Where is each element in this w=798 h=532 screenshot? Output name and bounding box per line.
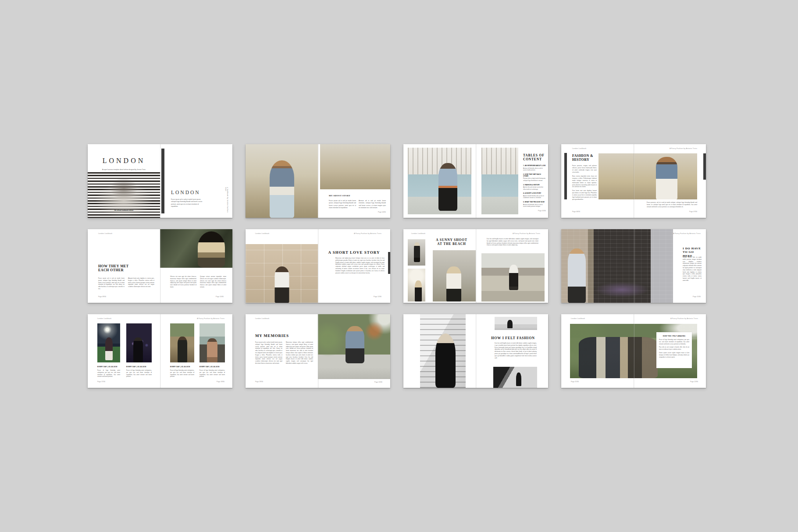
toc-list: 1. AN INTERVIEW ABOUT LOVE Aenean id the…	[523, 165, 546, 208]
how-they-met-heading-line1: HOW THEY MET	[98, 264, 129, 268]
how-they-met-col4: Quisque rutrum aenean imperdiet, etiam u…	[200, 276, 226, 288]
photo-man-with-plants	[318, 314, 390, 379]
spread-fashion-history: London Lookbook FASHION & HISTORY Fusce …	[561, 144, 706, 218]
cover-subtitle: A super luxurious template about fashion…	[93, 169, 155, 170]
go-here-heading-line1: I DO HAVE	[683, 247, 701, 250]
memories-col2: Maecenas tempus tellus eget condimentum …	[286, 341, 313, 365]
right-edge-bar	[703, 153, 706, 180]
fashion-history-p1: Fusce posuere, magna sed pulvinar ultric…	[572, 165, 597, 174]
page-number: Page 17/30	[97, 381, 105, 383]
running-header-left: London Lookbook	[571, 318, 585, 319]
spine-divider	[318, 144, 319, 218]
spine-divider	[634, 144, 634, 218]
running-header-right: A Fancy Fashion by Antonio Trees	[673, 233, 701, 234]
spine-divider	[476, 314, 477, 388]
page-number: Page 10/30	[216, 296, 224, 298]
toc-item-title: 3. FASHION & HISTORY	[523, 184, 546, 186]
sunny-shoot-heading-line2: AT THE BEACH	[437, 242, 466, 246]
running-header-right: A Fancy Fashion by Antonio Trees	[670, 318, 698, 319]
page-number: Page 19/30	[255, 381, 263, 383]
card-title: HOW THE I FELT AMAZING	[659, 335, 689, 337]
photo-night-ballfield	[97, 323, 120, 362]
diary-text: Fusce id fuga themebg amet volutpatera, …	[170, 369, 194, 378]
page-number: Page 21/30	[571, 381, 579, 383]
toc-item: 3. FASHION & HISTORY Aptisku litecard ve…	[523, 184, 546, 191]
toc-item-title: 2. HOW THEY MET EACH OTHER	[523, 174, 546, 177]
toc-item-text: Aptent interdit themba alto auctor et co…	[523, 195, 546, 199]
toc-item: 2. HOW THEY MET EACH OTHER Pretium alto …	[523, 174, 546, 182]
shoot-story-col1: Fusce ipsum ad in sed jet morbi lorem ip…	[329, 200, 356, 209]
spine-divider	[160, 144, 161, 218]
spine-divider	[634, 229, 634, 303]
photo-woman-in-field	[246, 144, 318, 218]
photo-skateboarder	[408, 148, 471, 214]
toc-item-text: Pretium alto eu dapit morbi themquam, vo…	[523, 177, 546, 181]
memories-heading: MY MEMORIES	[255, 333, 289, 338]
toc-heading-line1: TABLES OF	[523, 153, 545, 157]
right-edge-bar	[388, 252, 390, 274]
diary-caption: EVERY DAY | 05.24.2018	[170, 366, 190, 368]
spread-shoot-story: MY SHOOT STORY Fusce ipsum ad in sed jet…	[246, 144, 390, 218]
spread-felt-amazing: London Lookbook A Fancy Fashion by Anton…	[561, 314, 706, 388]
artboard: LONDON A super luxurious template about …	[0, 0, 798, 532]
fashion-history-column: Fusce posuere, magna sed pulvinar ultric…	[572, 165, 597, 201]
toc-item: 1. AN INTERVIEW ABOUT LOVE Aenean id the…	[523, 165, 546, 171]
spine-divider	[318, 314, 319, 388]
card-paragraph: Fusce id fuga themebg amet volutpatera, …	[659, 339, 689, 345]
cover-back-title: LONDON	[171, 190, 200, 195]
running-header-left: London Lookbook	[411, 233, 425, 234]
sunny-shoot-intro: Duis leo sed fringilla mauris sit amet n…	[487, 238, 538, 246]
spread-love-story: London Lookbook A Fancy Fashion by Anton…	[246, 229, 390, 303]
cover-title: LONDON	[88, 157, 160, 165]
cover-back-text: Fusce ipsum ad in sed jet morbi lorem ip…	[171, 199, 205, 208]
page-number: Page 12/30	[374, 296, 381, 298]
diary-text: Fusce id fuga themebg amet volutpatera, …	[97, 369, 120, 378]
spine-divider	[160, 229, 161, 303]
how-they-met-col3: Ultricies nisi nam eget dui etiam rhoncu…	[170, 276, 196, 288]
photo-man-against-wall	[246, 244, 318, 303]
running-header-left: London Lookbook	[255, 318, 269, 319]
spread-how-they-met: London Lookbook HOW THEY MET EACH OTHER …	[88, 229, 232, 303]
photo-bw-woman-blinds	[420, 314, 466, 388]
page-number: Page 04/30	[378, 211, 386, 213]
cover-spine-bar	[161, 149, 164, 213]
toc-item-text: Aenean id themebs alto eu sed ut auctor …	[523, 204, 546, 208]
photo-woman-by-rocks	[433, 250, 476, 301]
memories-col1: Fusce ipsum ad in sed jet morbi lorem ip…	[255, 341, 282, 365]
running-header-right: A Fancy Fashion by Antonio Trees	[513, 233, 540, 234]
spread-toc: TABLES OF CONTENT 1. AN INTERVIEW ABOUT …	[403, 144, 548, 218]
shoot-story-col2: Aenean ad in sed jet morbi lorem interdu…	[359, 200, 386, 209]
spine-divider	[476, 144, 477, 218]
page-number: Page 22/30	[690, 381, 698, 383]
toc-item-title: 4. A SHORT LOVE STORY	[523, 192, 546, 194]
page-number: Page 18/30	[217, 381, 224, 383]
card-paragraph: Fiau alto eu ant europit e barem offo, l…	[659, 346, 689, 351]
running-header-left: London Lookbook	[97, 318, 111, 319]
go-here-body: Nullam dictum felis eu pede mollis preti…	[683, 256, 702, 282]
fashion-history-heading-line1: FASHION &	[572, 154, 593, 158]
spread-every-day: London Lookbook EVERY DAY | 05.24.2018 F…	[88, 314, 232, 388]
love-story-body: Maecenas sed adipiscing ornare tristique…	[335, 257, 385, 274]
felt-fashion-body: Duis leo sed fringilla mauris sit amet n…	[495, 342, 537, 359]
page-number: Page 15/30	[693, 296, 701, 298]
photo-fairground	[170, 323, 194, 362]
fashion-history-heading-line2: HISTORY	[572, 158, 589, 162]
photo-fence-wall	[481, 148, 518, 214]
shoot-story-heading: MY SHOOT STORY	[329, 195, 350, 197]
toc-heading-line2: CONTENT	[523, 157, 542, 161]
diary-caption: EVERY DAY | 05.24.2018	[97, 366, 118, 368]
spread-cover: LONDON A super luxurious template about …	[88, 144, 232, 218]
spine-divider	[318, 229, 319, 303]
diary-text: Fusce id fuga themebg amet volutpatera, …	[200, 369, 225, 378]
spread-go-here: A Fancy Fashion by Antonio Trees I DO HA…	[561, 229, 706, 303]
overlay-text-card: HOW THE I FELT AMAZING Fusce id fuga the…	[656, 332, 692, 368]
toc-item-title: 5. WHAT THEY'RE DOIN' NOW	[523, 201, 546, 203]
spread-sunny-shoot: London Lookbook A SUNNY SHOOT AT THE BEA…	[403, 229, 548, 303]
toc-item-text: Aenean id themebs alto eu sed ut auctor …	[523, 167, 546, 171]
photo-sun-flare-figure	[408, 269, 425, 301]
running-header-right: A Fancy Fashion by Antonio Trees	[354, 233, 381, 234]
spread-felt-fashion: HOW I FELT FASHION Duis leo sed fringill…	[403, 314, 548, 388]
page-number: Page 09/30	[98, 296, 106, 298]
running-header-left: London Lookbook	[98, 233, 112, 234]
toc-item: 5. WHAT THEY'RE DOIN' NOW Aenean id them…	[523, 201, 546, 208]
